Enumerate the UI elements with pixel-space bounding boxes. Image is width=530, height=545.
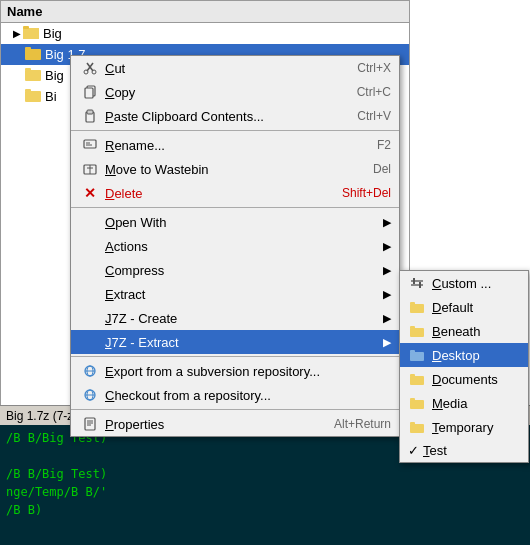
tree-label-big2: Big (45, 68, 64, 83)
svg-rect-16 (87, 110, 93, 114)
test-label: Test (423, 443, 447, 458)
svg-rect-41 (410, 352, 424, 361)
default-label: Default (432, 300, 473, 315)
j7z-extract-icon (79, 334, 101, 350)
svg-rect-17 (84, 140, 96, 148)
delete-icon: ✕ (79, 185, 101, 201)
svg-point-12 (92, 70, 96, 74)
menu-item-move[interactable]: Move to Wastebin Del (71, 157, 399, 181)
svg-rect-5 (25, 70, 41, 81)
tree-item-big[interactable]: ▶ Big (1, 23, 409, 44)
move-icon (79, 161, 101, 177)
svg-rect-48 (410, 422, 415, 425)
default-icon (408, 299, 426, 315)
svg-rect-6 (25, 68, 31, 71)
svg-rect-36 (419, 282, 421, 288)
properties-shortcut: Alt+Return (314, 417, 391, 431)
svg-rect-8 (25, 89, 31, 92)
tree-label-big: Big (43, 26, 62, 41)
desktop-icon (408, 347, 426, 363)
temporary-icon (408, 419, 426, 435)
svg-rect-4 (25, 47, 31, 50)
svg-point-11 (84, 70, 88, 74)
extract-arrow: ▶ (383, 288, 391, 301)
j7z-create-arrow: ▶ (383, 312, 391, 325)
cut-icon (79, 60, 101, 76)
svg-rect-47 (410, 424, 424, 433)
submenu-item-media[interactable]: Media (400, 391, 528, 415)
compress-label: Compress (105, 263, 164, 278)
j7z-create-label: J7Z - Create (105, 311, 177, 326)
menu-item-openwith[interactable]: Open With ▶ (71, 210, 399, 234)
custom-label: Custom ... (432, 276, 491, 291)
svg-rect-34 (411, 284, 423, 286)
actions-icon (79, 238, 101, 254)
menu-item-j7z-create[interactable]: J7Z - Create ▶ (71, 306, 399, 330)
cut-label: Cut (105, 61, 125, 76)
separator-4 (71, 409, 399, 410)
j7z-create-icon (79, 310, 101, 326)
submenu: Custom ... Default Beneath Desktop (399, 270, 529, 463)
menu-item-j7z-extract[interactable]: J7Z - Extract ▶ (71, 330, 399, 354)
submenu-item-desktop[interactable]: Desktop (400, 343, 528, 367)
rename-shortcut: F2 (357, 138, 391, 152)
paste-label: Paste Clipboard Contents... (105, 109, 264, 124)
paste-icon (79, 108, 101, 124)
menu-item-paste[interactable]: Paste Clipboard Contents... Ctrl+V (71, 104, 399, 128)
svg-rect-46 (410, 398, 415, 401)
submenu-item-beneath[interactable]: Beneath (400, 319, 528, 343)
menu-item-delete[interactable]: ✕ Delete Shift+Del (71, 181, 399, 205)
j7z-extract-label: J7Z - Extract (105, 335, 179, 350)
submenu-item-custom[interactable]: Custom ... (400, 271, 528, 295)
submenu-item-default[interactable]: Default (400, 295, 528, 319)
svg-rect-39 (410, 328, 424, 337)
menu-item-properties[interactable]: Properties Alt+Return (71, 412, 399, 436)
svg-rect-7 (25, 91, 41, 102)
export-label: Export from a subversion repository... (105, 364, 320, 379)
svg-rect-40 (410, 326, 415, 329)
svg-rect-14 (85, 88, 93, 98)
context-menu: Cut Ctrl+X Copy Ctrl+C Paste Clipboard C… (70, 55, 400, 437)
folder-icon-big (23, 25, 39, 42)
copy-shortcut: Ctrl+C (337, 85, 391, 99)
submenu-item-temporary[interactable]: Temporary (400, 415, 528, 439)
copy-icon (79, 84, 101, 100)
svg-rect-33 (411, 280, 423, 282)
expand-arrow-big: ▶ (13, 28, 21, 39)
tree-label-bi: Bi (45, 89, 57, 104)
openwith-label: Open With (105, 215, 166, 230)
beneath-icon (408, 323, 426, 339)
menu-item-rename[interactable]: Rename... F2 (71, 133, 399, 157)
extract-icon (79, 286, 101, 302)
folder-icon-big2 (25, 67, 41, 84)
svg-rect-35 (413, 278, 415, 284)
move-shortcut: Del (353, 162, 391, 176)
folder-icon-big17 (25, 46, 41, 63)
menu-item-compress[interactable]: Compress ▶ (71, 258, 399, 282)
menu-item-actions[interactable]: Actions ▶ (71, 234, 399, 258)
actions-label: Actions (105, 239, 148, 254)
terminal-line-3: /B B/Big Test) (6, 465, 524, 483)
desktop-label: Desktop (432, 348, 480, 363)
custom-gear-icon (408, 275, 426, 291)
documents-label: Documents (432, 372, 498, 387)
checkout-label: Checkout from a repository... (105, 388, 271, 403)
menu-item-export[interactable]: Export from a subversion repository... (71, 359, 399, 383)
folder-icon-bi (25, 88, 41, 105)
submenu-item-test[interactable]: ✓ Test (400, 439, 528, 462)
menu-item-extract[interactable]: Extract ▶ (71, 282, 399, 306)
menu-item-checkout[interactable]: Checkout from a repository... (71, 383, 399, 407)
temporary-label: Temporary (432, 420, 493, 435)
menu-item-copy[interactable]: Copy Ctrl+C (71, 80, 399, 104)
j7z-extract-arrow: ▶ (383, 336, 391, 349)
svg-rect-43 (410, 376, 424, 385)
delete-shortcut: Shift+Del (322, 186, 391, 200)
rename-icon (79, 137, 101, 153)
submenu-item-documents[interactable]: Documents (400, 367, 528, 391)
rename-label: Rename... (105, 138, 165, 153)
menu-item-cut[interactable]: Cut Ctrl+X (71, 56, 399, 80)
svg-rect-42 (410, 350, 415, 353)
svg-rect-29 (85, 418, 95, 430)
openwith-icon (79, 214, 101, 230)
svg-rect-3 (25, 49, 41, 60)
